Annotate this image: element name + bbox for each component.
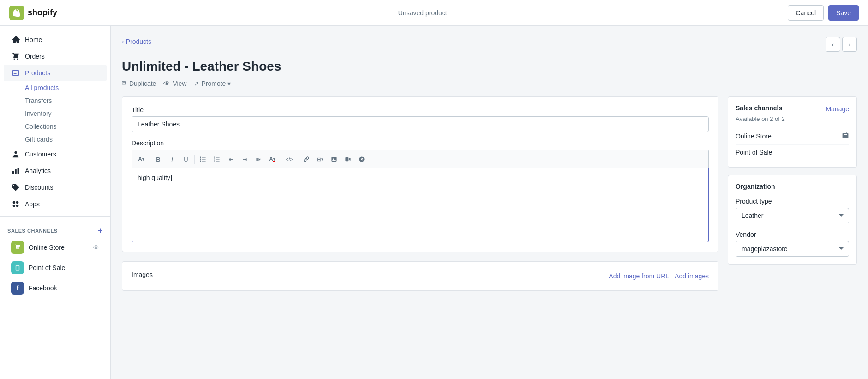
sidebar-item-apps[interactable]: Apps xyxy=(4,196,107,212)
toolbar-italic-btn[interactable]: I xyxy=(166,153,179,166)
toolbar-table-btn[interactable]: ⊞▾ xyxy=(314,153,327,166)
sidebar-item-home[interactable]: Home xyxy=(4,31,107,48)
online-store-channel-icon xyxy=(11,241,24,254)
add-channel-button[interactable]: + xyxy=(98,226,103,235)
prev-product-button[interactable]: ‹ xyxy=(826,37,840,52)
images-header: Images Add image from URL Add images xyxy=(132,271,709,281)
toolbar-video-btn[interactable] xyxy=(341,153,354,166)
editor-toolbar: A ▾ B I U 123 xyxy=(132,150,709,168)
description-field-group: Description A ▾ B I U xyxy=(132,139,709,242)
add-image-url-link[interactable]: Add image from URL xyxy=(609,272,669,280)
sidebar-item-customers[interactable]: Customers xyxy=(4,146,107,162)
svg-rect-1 xyxy=(202,159,206,160)
title-input[interactable] xyxy=(132,116,709,132)
pos-channel-icon xyxy=(11,261,24,274)
view-icon: 👁 xyxy=(163,80,170,87)
toolbar-block-btn[interactable] xyxy=(355,153,368,166)
sidebar-channel-facebook[interactable]: f Facebook xyxy=(4,278,107,298)
vendor-select[interactable]: mageplazastore xyxy=(736,241,849,257)
promote-button[interactable]: ↗ Promote ▾ xyxy=(194,80,231,87)
svg-rect-6 xyxy=(216,157,220,158)
toolbar-indent-right-btn[interactable]: ⇥ xyxy=(238,153,251,166)
sidebar-item-products-label: Products xyxy=(25,69,50,77)
topbar: shopify Unsaved product Cancel Save xyxy=(0,0,868,26)
sidebar-sub-item-gift-cards[interactable]: Gift cards xyxy=(4,133,107,146)
toolbar-indent-left-btn[interactable]: ⇤ xyxy=(224,153,237,166)
save-button[interactable]: Save xyxy=(828,5,859,21)
page-nav: ‹ Products ‹ › xyxy=(122,37,857,52)
content-row: Title Description A ▾ B I xyxy=(122,96,857,300)
sidebar-item-discounts[interactable]: Discounts xyxy=(4,179,107,196)
title-field-group: Title xyxy=(132,106,709,132)
add-images-link[interactable]: Add images xyxy=(675,272,709,280)
shopify-wordmark: shopify xyxy=(28,8,57,18)
description-content: high quality xyxy=(138,174,170,181)
sidebar-sub-item-collections[interactable]: Collections xyxy=(4,120,107,133)
product-details-card: Title Description A ▾ B I xyxy=(122,96,718,252)
sidebar-channel-pos[interactable]: Point of Sale xyxy=(4,258,107,278)
nav-arrows: ‹ › xyxy=(826,37,857,52)
breadcrumb[interactable]: ‹ Products xyxy=(122,38,151,45)
toolbar-sep-4 xyxy=(298,155,298,164)
toolbar-underline-btn[interactable]: U xyxy=(180,153,192,166)
toolbar-link-btn[interactable] xyxy=(300,153,313,166)
toolbar-ul-btn[interactable] xyxy=(197,153,210,166)
sales-channels-subtitle: Available on 2 of 2 xyxy=(736,115,849,122)
sidebar-channel-online-store[interactable]: Online Store 👁 xyxy=(4,237,107,258)
toolbar-align-btn[interactable]: ≡▾ xyxy=(252,153,265,166)
sidebar-item-home-label: Home xyxy=(25,36,42,43)
sidebar-sub-item-all-products[interactable]: All products xyxy=(4,81,107,94)
duplicate-button[interactable]: ⧉ Duplicate xyxy=(122,79,156,87)
online-store-channel-label: Online Store xyxy=(29,244,65,251)
vendor-field-group: Vendor mageplazastore xyxy=(736,231,849,257)
cursor xyxy=(171,175,172,181)
manage-link[interactable]: Manage xyxy=(826,105,849,113)
main-content: ‹ Products ‹ › Unlimited - Leather Shoes… xyxy=(111,26,868,379)
toolbar-ol-btn[interactable]: 123 xyxy=(210,153,223,166)
next-product-button[interactable]: › xyxy=(842,37,857,52)
page-actions: ⧉ Duplicate 👁 View ↗ Promote ▾ xyxy=(122,79,857,87)
channel-row-pos: Point of Sale xyxy=(736,145,849,160)
cancel-button[interactable]: Cancel xyxy=(788,5,824,21)
description-editor[interactable]: high quality xyxy=(132,168,709,242)
layout: Home Orders Products All products Transf… xyxy=(0,26,868,379)
fb-channel-icon: f xyxy=(11,282,24,295)
apps-icon xyxy=(11,199,20,209)
view-button[interactable]: 👁 View xyxy=(163,80,186,87)
images-links: Add image from URL Add images xyxy=(609,272,709,280)
channel-row-online-store: Online Store xyxy=(736,128,849,145)
toolbar-code-btn[interactable]: </> xyxy=(283,153,296,166)
title-label: Title xyxy=(132,106,709,114)
svg-point-3 xyxy=(200,157,201,158)
analytics-icon xyxy=(11,166,20,175)
eye-icon[interactable]: 👁 xyxy=(93,244,99,251)
toolbar-image-btn[interactable] xyxy=(328,153,341,166)
toolbar-bold-btn[interactable]: B xyxy=(152,153,165,166)
content-side: Sales channels Manage Available on 2 of … xyxy=(728,96,857,300)
sidebar-item-customers-label: Customers xyxy=(25,150,56,158)
svg-rect-7 xyxy=(216,159,220,160)
toolbar-font-btn[interactable]: A ▾ xyxy=(135,153,148,166)
toolbar-sep-2 xyxy=(194,155,195,164)
products-icon xyxy=(11,68,20,78)
sidebar-sub-item-inventory[interactable]: Inventory xyxy=(4,107,107,120)
sidebar-item-analytics-label: Analytics xyxy=(25,167,51,174)
sidebar-item-analytics[interactable]: Analytics xyxy=(4,162,107,179)
toolbar-color-btn[interactable]: A ▾ xyxy=(266,153,279,166)
svg-rect-8 xyxy=(216,161,220,162)
sidebar-item-products[interactable]: Products xyxy=(4,65,107,81)
product-type-select[interactable]: Leather Other xyxy=(736,208,849,223)
sidebar-item-discounts-label: Discounts xyxy=(25,184,53,191)
promote-label: Promote xyxy=(201,80,226,87)
calendar-icon[interactable] xyxy=(842,132,849,141)
promote-dropdown-icon: ▾ xyxy=(227,80,231,87)
fb-channel-label: Facebook xyxy=(29,284,57,292)
pos-channel-label: Point of Sale xyxy=(29,264,65,271)
product-type-label: Product type xyxy=(736,198,849,205)
home-icon xyxy=(11,35,20,44)
sidebar-item-orders[interactable]: Orders xyxy=(4,48,107,65)
shopify-logo-icon xyxy=(9,6,24,20)
organization-card: Organization Product type Leather Other … xyxy=(728,175,857,265)
sidebar-sub-item-transfers[interactable]: Transfers xyxy=(4,94,107,107)
orders-icon xyxy=(11,52,20,61)
